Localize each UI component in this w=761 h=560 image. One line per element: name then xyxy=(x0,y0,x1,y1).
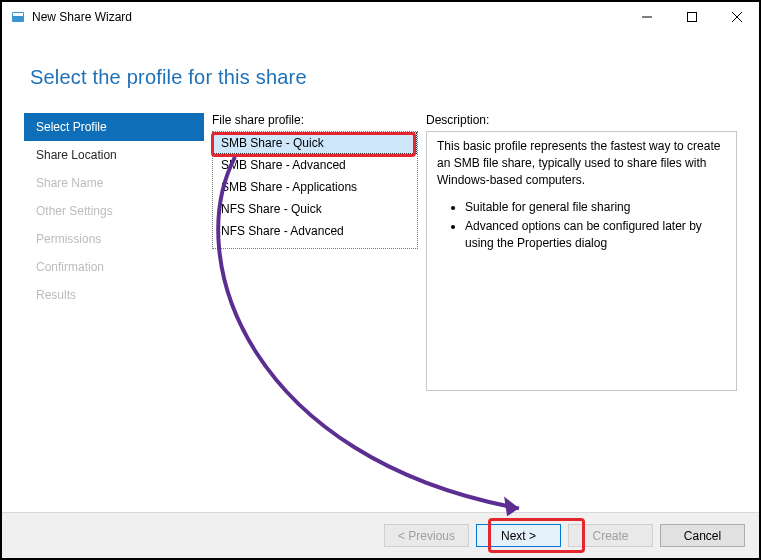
window-buttons xyxy=(624,2,759,32)
description-bullets: Suitable for general file sharing Advanc… xyxy=(437,199,726,252)
create-button: Create xyxy=(568,524,653,547)
wizard-steps: Select Profile Share Location Share Name… xyxy=(24,113,204,391)
bullet-item: Suitable for general file sharing xyxy=(465,199,726,216)
content-area: Select the profile for this share Select… xyxy=(2,32,759,558)
profile-list-label: File share profile: xyxy=(212,113,418,127)
description-text: This basic profile represents the fastes… xyxy=(437,138,726,189)
step-results: Results xyxy=(24,281,204,309)
step-confirmation: Confirmation xyxy=(24,253,204,281)
list-item[interactable]: SMB Share - Applications xyxy=(213,176,417,198)
description-box: This basic profile represents the fastes… xyxy=(426,131,737,391)
cancel-button[interactable]: Cancel xyxy=(660,524,745,547)
step-select-profile[interactable]: Select Profile xyxy=(24,113,204,141)
step-share-location[interactable]: Share Location xyxy=(24,141,204,169)
list-item[interactable]: NFS Share - Advanced xyxy=(213,220,417,242)
minimize-button[interactable] xyxy=(624,2,669,32)
page-heading: Select the profile for this share xyxy=(2,32,759,113)
description-column: Description: This basic profile represen… xyxy=(426,113,737,391)
next-button[interactable]: Next > xyxy=(476,524,561,547)
profile-listbox[interactable]: SMB Share - Quick SMB Share - Advanced S… xyxy=(212,131,418,249)
previous-button: < Previous xyxy=(384,524,469,547)
bullet-item: Advanced options can be configured later… xyxy=(465,218,726,252)
main-columns: Select Profile Share Location Share Name… xyxy=(2,113,759,391)
step-other-settings: Other Settings xyxy=(24,197,204,225)
profile-column: File share profile: SMB Share - Quick SM… xyxy=(212,113,418,391)
description-label: Description: xyxy=(426,113,737,127)
svg-rect-1 xyxy=(13,13,23,16)
window-frame: New Share Wizard Select the profile for … xyxy=(0,0,761,560)
maximize-button[interactable] xyxy=(669,2,714,32)
list-item[interactable]: NFS Share - Quick xyxy=(213,198,417,220)
list-item[interactable]: SMB Share - Advanced xyxy=(213,154,417,176)
titlebar: New Share Wizard xyxy=(2,2,759,32)
window-title: New Share Wizard xyxy=(32,10,624,24)
footer-bar: < Previous Next > Create Cancel xyxy=(2,512,759,558)
svg-rect-3 xyxy=(687,13,696,22)
close-button[interactable] xyxy=(714,2,759,32)
list-item[interactable]: SMB Share - Quick xyxy=(213,132,417,154)
step-share-name: Share Name xyxy=(24,169,204,197)
app-icon xyxy=(10,9,26,25)
step-permissions: Permissions xyxy=(24,225,204,253)
